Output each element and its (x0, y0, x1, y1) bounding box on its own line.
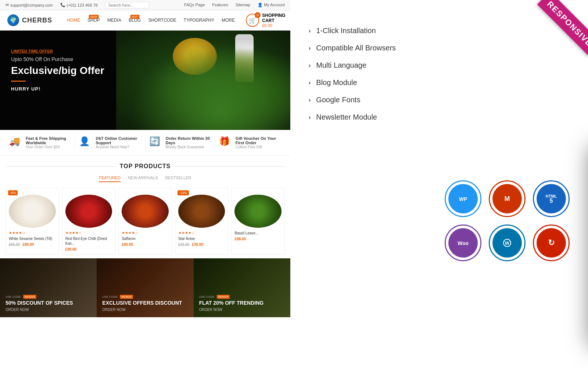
banner-cta-2[interactable]: ORDER NOW (102, 308, 182, 312)
chevron-icon-6: › (309, 114, 311, 121)
banner-badge-2: NEW25 (120, 295, 133, 299)
product-badge-anise: -14% (178, 190, 189, 195)
svg-text:↻: ↻ (548, 238, 555, 247)
product-price-saffron: £80.00 (122, 243, 169, 247)
title-line-right (174, 166, 285, 167)
price-new-saffron: £80.00 (122, 243, 133, 247)
feature-return-text: Order Return Within 30 Days Money Back G… (166, 136, 211, 149)
hero-divider (11, 81, 26, 82)
header: 🌍 CHERBS HOME SHOP NEW MEDIA BLOG HOT SH… (0, 10, 290, 31)
product-stars-saffron: ★★★★☆ (122, 231, 169, 235)
features-link[interactable]: Features (212, 3, 228, 7)
tab-new-arrivals[interactable]: NEW ARRIVALS (128, 174, 158, 182)
banner-code-2: USE CODE NEW25 (102, 295, 182, 298)
main-preview: ✉ support@company.com 📞 (+01) 123 456 78… (0, 0, 290, 368)
price-new-basil: £98.00 (234, 237, 246, 241)
price-old-anise: £35.00 (178, 243, 190, 247)
feature-strip: 🚚 Fast & Free Shipping Worldwide Your Or… (0, 130, 290, 156)
bottom-banners: USE CODE NEW25 50% DISCOUNT OF SPICES OR… (0, 258, 290, 317)
ribbon-text: RESPONSIVE (537, 0, 588, 56)
woo-circle: Woo (448, 228, 478, 258)
svg-text:WP: WP (459, 196, 467, 202)
banner-trending: USE CODE NEW25 FLAT 20% OFF TRENDING ORD… (194, 258, 290, 317)
banner-title-2: EXCLUSIVE OFFERS DISCOUNT (102, 300, 182, 306)
hero-banner: LIMITED TIME OFFER Upto 50% Off On Purch… (0, 31, 290, 130)
product-card-chilli: ★★★★☆ Red Bird Eye Chilli (Dried Kan... … (62, 188, 116, 255)
banner-title-1: 50% DISCOUNT OF SPICES (6, 300, 73, 306)
title-line-left (6, 166, 116, 167)
magento-circle: M (492, 184, 522, 213)
product-name-saffron: Saffaron (122, 236, 169, 241)
tab-bestseller[interactable]: BESTSELLER (165, 174, 191, 182)
main-nav: HOME SHOP NEW MEDIA BLOG HOT SHORTCODE T… (67, 18, 235, 23)
product-name-sesame: White Sesame Seeds (Till) (9, 236, 56, 241)
hero-content: LIMITED TIME OFFER Upto 50% Off On Purch… (11, 49, 104, 92)
tech-icon-magento[interactable]: M (489, 180, 526, 217)
nav-home[interactable]: HOME (67, 18, 80, 23)
hero-subtitle: Upto 50% Off On Purchase (11, 56, 104, 62)
tech-icon-woo[interactable]: Woo (445, 224, 481, 261)
search-input[interactable] (105, 2, 149, 8)
account-link[interactable]: 👤 My Account (258, 3, 285, 7)
hero-herbs-bg (116, 31, 290, 130)
feature-gift-text: Gift Voucher On Your First Order Collect… (236, 136, 281, 149)
product-img-sesame (9, 195, 56, 228)
banner-cta-3[interactable]: ORDER NOW (199, 308, 264, 312)
product-name-anise: Star Anise (178, 236, 225, 241)
product-img-anise (178, 195, 225, 228)
cart-icon-wrap: 🛒 0 (246, 14, 259, 27)
chevron-icon-2: › (309, 45, 311, 52)
joomla-circle: ↻ (537, 228, 566, 258)
wordpress-blue-circle: WP (448, 184, 478, 213)
faq-link[interactable]: FAQs Page (184, 3, 205, 7)
tab-featured[interactable]: FEATURED (99, 174, 120, 182)
price-old-sesame: £85.00 (9, 243, 20, 247)
nav-shortcode[interactable]: SHORTCODE (148, 18, 176, 23)
hero-cta: HURRY UP! (11, 86, 104, 92)
nav-blog[interactable]: BLOG HOT (129, 18, 141, 23)
nav-more[interactable]: MORE (222, 18, 235, 23)
tech-icon-joomla[interactable]: ↻ (533, 224, 570, 261)
cart-label: SHOPPING CART (262, 13, 285, 23)
cart-area[interactable]: 🛒 0 SHOPPING CART £0.00 (246, 13, 285, 28)
wordpress-blue-icon: WP (456, 191, 470, 206)
feature-text-5: Google Fonts (316, 96, 360, 104)
feature-text-2: Compatible All Browsers (316, 44, 396, 52)
product-stars-sesame: ★★★★☆ (9, 231, 56, 235)
return-title: Order Return Within 30 Days (166, 136, 211, 145)
banner-content-1: USE CODE NEW25 50% DISCOUNT OF SPICES OR… (6, 295, 73, 312)
support-icon: 👤 (79, 136, 92, 149)
support-desc: Anytime Need Help? (96, 145, 141, 149)
feature-item-4: › Blog Module (309, 74, 570, 91)
product-stars-anise: ★★★★☆ (178, 231, 225, 235)
tech-icon-wordpress[interactable]: W (489, 224, 526, 261)
nav-media[interactable]: MEDIA (107, 18, 121, 23)
cart-price: £0.00 (262, 23, 285, 28)
product-name-basil: Bassil Leave... (234, 231, 282, 236)
feature-text-6: Newsletter Module (316, 113, 377, 121)
sitemap-link[interactable]: Sitemap (236, 3, 250, 7)
blog-badge: HOT (130, 15, 139, 19)
gift-title: Gift Voucher On Your First Order (236, 136, 281, 145)
hero-title: Exclusive/big Offer (11, 64, 104, 77)
product-price-basil: £98.00 (234, 237, 282, 241)
joomla-icon: ↻ (542, 234, 560, 252)
shipping-icon: 🚚 (9, 136, 22, 149)
banner-content-3: USE CODE NEW25 FLAT 20% OFF TRENDING ORD… (199, 295, 264, 312)
price-new-chilli: £80.00 (65, 247, 77, 251)
chevron-icon-1: › (309, 28, 311, 34)
banner-cta-1[interactable]: ORDER NOW (6, 308, 73, 312)
product-card-anise: -14% ★★★★☆ Star Anise £35.00 £30.00 (175, 188, 229, 255)
return-icon: 🔄 (149, 136, 162, 149)
section-title-wrap: TOP PRODUCTS (6, 163, 285, 170)
tech-icon-wordpress-blue[interactable]: WP (445, 180, 481, 217)
top-bar: ✉ support@company.com 📞 (+01) 123 456 78… (0, 0, 290, 10)
banner-title-3: FLAT 20% OFF TRENDING (199, 300, 264, 306)
nav-shop[interactable]: SHOP NEW (87, 18, 100, 23)
feature-item-5: › Google Fonts (309, 91, 570, 109)
tech-icon-html5[interactable]: HTML 5 (533, 180, 570, 217)
feature-return: 🔄 Order Return Within 30 Days Money Back… (146, 136, 215, 149)
nav-typography[interactable]: TYPOGRAPHY (184, 18, 214, 23)
herb-leaves (116, 31, 290, 130)
price-new-sesame: £80.00 (22, 243, 34, 247)
